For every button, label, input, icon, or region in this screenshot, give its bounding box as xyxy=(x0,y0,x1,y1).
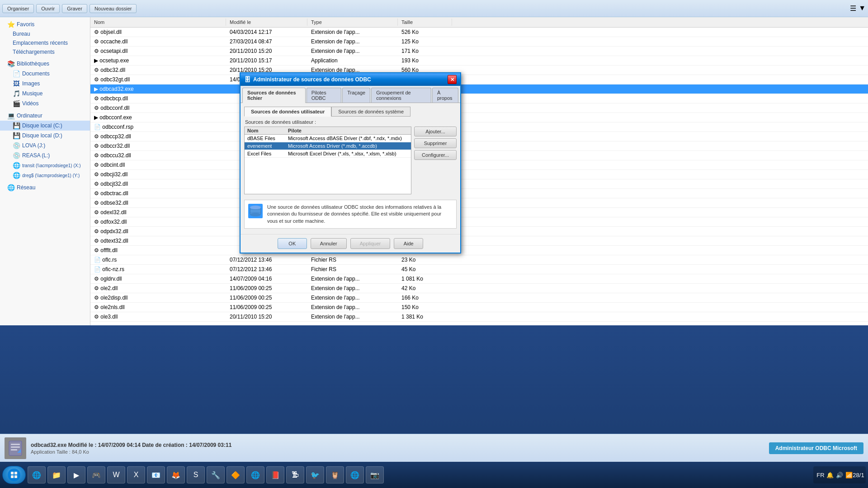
datasource-row[interactable]: Excel Files Microsoft Excel Driver (*.xl… xyxy=(245,150,411,158)
ok-button[interactable]: OK xyxy=(278,238,307,249)
view-list-icon[interactable]: ☰ xyxy=(850,4,856,13)
sidebar-item-telechargements[interactable]: Téléchargements xyxy=(0,47,90,56)
configurer-button[interactable]: Configurer... xyxy=(414,150,457,160)
sidebar-item-bureau[interactable]: Bureau xyxy=(0,29,90,38)
tools-icon: 🔧 xyxy=(211,470,221,480)
taskbar-word-button[interactable]: W xyxy=(107,466,125,483)
dialog-close-button[interactable]: ✕ xyxy=(448,75,457,84)
sidebar-item-favoris[interactable]: ⭐ Favoris xyxy=(0,19,90,29)
taskbar-tools-button[interactable]: 🔧 xyxy=(207,466,225,483)
subtab-system[interactable]: Sources de données système xyxy=(331,107,410,117)
sidebar-item-videos[interactable]: 🎬 Vidéos xyxy=(0,99,90,108)
datasource-row[interactable]: dBASE Files Microsoft Access dBASE Drive… xyxy=(245,135,411,142)
taskbar-vlc-button[interactable]: 🔶 xyxy=(226,466,245,483)
tab-pilotes-odbc[interactable]: Pilotes ODBC xyxy=(307,88,342,103)
tab-groupement[interactable]: Groupement de connexions xyxy=(371,88,431,103)
subtab-user[interactable]: Sources de données utilisateur xyxy=(244,107,331,117)
file-row[interactable]: ⚙ odbc32gt.dll 14/07/2009 04:16 Extensio… xyxy=(90,75,868,84)
sidebar-item-bibliotheques[interactable]: 📚 Bibliothèques xyxy=(0,59,90,69)
file-row[interactable]: ⚙ odbcint.dll xyxy=(90,160,868,170)
taskbar-ie-button[interactable]: 🌐 xyxy=(28,466,46,483)
file-row[interactable]: ⚙ odpdx32.dll xyxy=(90,227,868,236)
volume-icon[interactable]: 🔊 xyxy=(836,471,843,479)
taskbar-excel-button[interactable]: X xyxy=(127,466,145,483)
file-row[interactable]: ⚙ ogldrv.dll 14/07/2009 04:16 Extension … xyxy=(90,274,868,284)
datasource-row[interactable]: evenement Microsoft Access Driver (*.mdb… xyxy=(245,142,411,150)
sidebar-item-disk-d[interactable]: 💾 Disque local (D:) xyxy=(0,131,90,141)
taskbar-zynga-button[interactable]: 🎮 xyxy=(87,466,105,483)
file-row[interactable]: ⚙ odtext32.dll xyxy=(90,236,868,246)
appliquer-button[interactable]: Appliquer xyxy=(350,238,390,249)
file-row[interactable]: ⚙ occache.dll 27/03/2014 08:47 Extension… xyxy=(90,37,868,47)
taskbar-odbc-item[interactable]: Administrateur ODBC Microsoft xyxy=(769,442,863,454)
file-row[interactable]: ⚙ odbctrac.dll xyxy=(90,189,868,198)
status-bar: odbcad32.exe Modifié le : 14/07/2009 04:… xyxy=(0,434,868,462)
file-row[interactable]: ⚙ ole2.dll 11/06/2009 00:25 Extension de… xyxy=(90,284,868,293)
sidebar-item-images[interactable]: 🖼 Images xyxy=(0,79,90,89)
taskbar-bird-button[interactable]: 🐦 xyxy=(306,466,324,483)
tab-apropos[interactable]: À propos xyxy=(432,88,458,103)
file-row[interactable]: ⚙ ole2disp.dll 11/06/2009 00:25 Extensio… xyxy=(90,293,868,303)
taskbar-firefox-button[interactable]: 🦊 xyxy=(167,466,185,483)
file-row[interactable]: ⚙ odbcconf.dll xyxy=(90,103,868,113)
taskbar-photo-button[interactable]: 📷 xyxy=(366,466,384,483)
sidebar-item-documents[interactable]: 📄 Documents xyxy=(0,69,90,79)
graver-button[interactable]: Graver xyxy=(62,4,87,13)
col-header-size[interactable]: Taille xyxy=(398,19,452,26)
file-row[interactable]: 📄 odbcconf.rsp xyxy=(90,122,868,132)
organiser-button[interactable]: Organiser xyxy=(2,4,34,13)
nouveau-dossier-button[interactable]: Nouveau dossier xyxy=(90,4,137,13)
col-header-name[interactable]: Nom xyxy=(90,19,226,26)
sidebar-item-reasa[interactable]: 💿 REASA (L:) xyxy=(0,150,90,160)
sidebar-item-ordinateur[interactable]: 💻 Ordinateur xyxy=(0,111,90,121)
taskbar-zip-button[interactable]: 🗜 xyxy=(286,466,304,483)
ajouter-button[interactable]: Ajouter... xyxy=(414,127,457,136)
taskbar-skype-button[interactable]: S xyxy=(187,466,205,483)
aide-button[interactable]: Aide xyxy=(394,238,423,249)
taskbar-owl-button[interactable]: 🦉 xyxy=(326,466,344,483)
col-header-type[interactable]: Type xyxy=(307,19,398,26)
file-row[interactable]: ⚙ odexl32.dll xyxy=(90,208,868,217)
taskbar-outlook-button[interactable]: 📧 xyxy=(147,466,165,483)
sidebar-item-transit[interactable]: 🌐 transit (\\acmprodsiege1) (X:) xyxy=(0,160,90,170)
file-row[interactable]: 📄 oflc.rs 07/12/2012 13:46 Fichier RS 23… xyxy=(90,255,868,265)
tab-tracage[interactable]: Traçage xyxy=(342,88,370,103)
sidebar-item-disk-c[interactable]: 💾 Disque local (C:) xyxy=(0,121,90,131)
sidebar-item-emplacements[interactable]: Emplacements récents xyxy=(0,38,90,47)
taskbar-media-button[interactable]: ▶ xyxy=(67,466,85,483)
file-row[interactable]: ⚙ odbccp32.dll xyxy=(90,132,868,141)
sidebar-item-reseau[interactable]: 🌐 Réseau xyxy=(0,183,90,192)
ouvrir-button[interactable]: Ouvrir xyxy=(36,4,60,13)
sidebar-item-lova[interactable]: 💿 LOVA (J:) xyxy=(0,141,90,150)
file-row[interactable]: ⚙ odbcji32.dll xyxy=(90,170,868,179)
tab-sources-fichier[interactable]: Sources de données fichier xyxy=(242,88,306,103)
taskbar-pdf-button[interactable]: 📕 xyxy=(266,466,284,483)
file-row[interactable]: ⚙ objsel.dll 04/03/2014 12:17 Extension … xyxy=(90,28,868,37)
file-row[interactable]: ⚙ odbcjt32.dll xyxy=(90,179,868,189)
file-row[interactable]: ▶ ocsetup.exe 20/11/2010 15:17 Applicati… xyxy=(90,56,868,66)
file-row[interactable]: ⚙ odfox32.dll xyxy=(90,217,868,227)
sidebar-item-dreg[interactable]: 🌐 dreg$ (\\acmprodsiege1) (Y:) xyxy=(0,170,90,180)
col-header-modified[interactable]: Modifié le xyxy=(226,19,307,26)
annuler-button[interactable]: Annuler xyxy=(311,238,347,249)
view-detail-icon[interactable]: ▼ xyxy=(859,4,866,13)
supprimer-button[interactable]: Supprimer xyxy=(414,138,457,148)
file-row[interactable]: 📄 ofic-nz.rs 07/12/2012 13:46 Fichier RS… xyxy=(90,265,868,274)
file-row[interactable]: ▶ odbcconf.exe xyxy=(90,113,868,122)
file-row[interactable]: ⚙ ocsetapi.dll 20/11/2010 15:20 Extensio… xyxy=(90,47,868,56)
file-row[interactable]: ⚙ ole2nls.dll 11/06/2009 00:25 Extension… xyxy=(90,303,868,312)
file-row[interactable]: ▶ odbcad32.exe xyxy=(90,84,868,94)
taskbar-folder-button[interactable]: 📁 xyxy=(47,466,66,483)
file-row[interactable]: ⚙ odbc32.dll 20/11/2010 15:20 Extension … xyxy=(90,66,868,75)
start-button[interactable] xyxy=(2,466,26,484)
file-row[interactable]: ⚙ odbccr32.dll xyxy=(90,141,868,151)
taskbar-network-button[interactable]: 🌐 xyxy=(346,466,364,483)
file-row[interactable]: ⚙ odbccu32.dll xyxy=(90,151,868,160)
file-row[interactable]: ⚙ ole3.dll 20/11/2010 15:20 Extension de… xyxy=(90,312,868,322)
file-row[interactable]: ⚙ odbcbcp.dll xyxy=(90,94,868,103)
file-row[interactable]: ⚙ offflt.dll xyxy=(90,246,868,255)
file-row[interactable]: ⚙ odbse32.dll xyxy=(90,198,868,208)
network-tray-icon[interactable]: 📶 xyxy=(845,471,853,479)
taskbar-chrome-button[interactable]: 🌐 xyxy=(246,466,264,483)
sidebar-item-musique[interactable]: 🎵 Musique xyxy=(0,89,90,99)
